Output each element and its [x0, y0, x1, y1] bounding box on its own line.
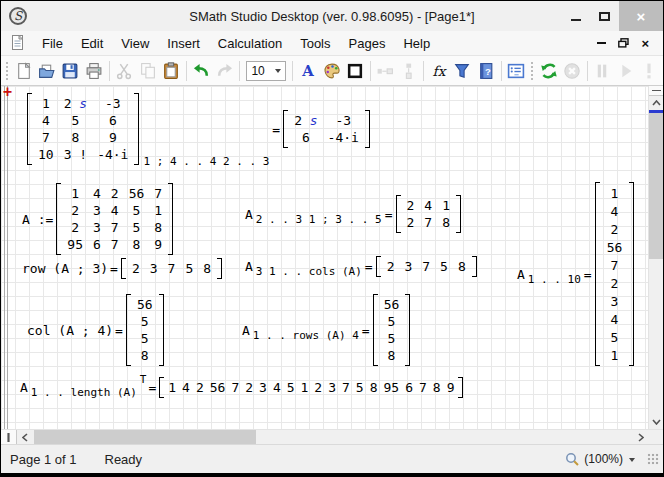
new-button[interactable] — [12, 59, 35, 83]
align-horizontal-icon — [376, 62, 394, 80]
row3-by-index-expression[interactable]: A3 1 . . cols (A)=23758 — [244, 256, 479, 277]
page-indicator: Page 1 of 1 — [10, 452, 77, 467]
submatrix-rows2-3-cols1-3-5[interactable]: A2 . . 3 1 ; 3 . . 5=241278 — [244, 195, 463, 233]
matrix-A-definition[interactable]: A :=1425672345123758956789 — [21, 183, 175, 255]
zoom-level[interactable]: (100%) — [584, 452, 623, 466]
col-function-expression[interactable]: col (A ; 4)=56558 — [26, 294, 166, 366]
matrix-cell: 8 — [437, 214, 455, 231]
hscroll-track[interactable] — [33, 430, 633, 444]
menu-file[interactable]: File — [33, 33, 72, 54]
vscroll-splitter[interactable] — [649, 86, 663, 96]
math-text: A := — [22, 212, 53, 227]
matrix-bracket-left — [283, 110, 288, 148]
menu-pages[interactable]: Pages — [340, 33, 395, 54]
math-text: = — [272, 122, 280, 137]
menu-insert[interactable]: Insert — [158, 33, 209, 54]
insert-function-button[interactable]: fx — [427, 59, 450, 83]
mdi-close-icon[interactable]: × — [641, 36, 649, 51]
font-size-dropdown-icon[interactable] — [275, 69, 281, 76]
matrix: 1425672345123758956789 — [56, 183, 173, 255]
minimize-button[interactable] — [561, 1, 590, 31]
hscroll-thumb[interactable] — [34, 430, 256, 444]
matrix-bracket-left — [121, 258, 126, 279]
matrix-index-range-expression[interactable]: 12 s-3456789103 !-4·i1 ; 4 . . 4 2 . . 3… — [25, 93, 372, 165]
minimize-icon — [571, 19, 581, 21]
matrix-cell: 3 — [601, 292, 629, 310]
vscroll-thumb[interactable] — [649, 113, 663, 259]
vertical-scrollbar[interactable] — [648, 86, 663, 429]
snippets-button[interactable] — [505, 59, 528, 83]
matrix-cell: 7 — [163, 260, 181, 277]
matrix-cell: 4 — [601, 202, 629, 220]
toolbar-grip[interactable] — [5, 61, 10, 81]
scroll-up-arrow[interactable] — [649, 96, 663, 110]
matrix-cell: 2 — [106, 185, 124, 202]
matrix-cell: 1 — [149, 202, 167, 219]
close-button[interactable]: × — [619, 1, 663, 31]
matrix: 23758 — [376, 256, 477, 277]
print-button[interactable] — [82, 59, 105, 83]
matrix-cell: 5 — [59, 112, 92, 129]
matrix-cell: 8 — [379, 347, 405, 364]
matrix-cell: 6 — [92, 112, 133, 129]
toolbar-separator — [501, 61, 502, 81]
menu-tools[interactable]: Tools — [291, 33, 339, 54]
svg-text:A: A — [301, 62, 314, 79]
matrix-cell: 5 — [132, 330, 158, 347]
matrix: 14256723451 — [595, 182, 635, 366]
scroll-left-arrow[interactable] — [17, 430, 33, 444]
border-button[interactable] — [343, 59, 366, 83]
col4-by-index-expression[interactable]: A1 . . rows (A) 4=56558 — [241, 294, 412, 366]
maximize-button[interactable] — [590, 1, 619, 31]
font-size-combo[interactable]: 10 — [246, 61, 286, 81]
worksheet-canvas[interactable]: 12 s-3456789103 !-4·i1 ; 4 . . 4 2 . . 3… — [1, 86, 648, 429]
menu-view[interactable]: View — [112, 33, 158, 54]
menu-calculation[interactable]: Calculation — [209, 33, 291, 54]
matrix-cell: 2 — [62, 202, 88, 219]
matrix-cell: 5 — [379, 330, 405, 347]
scroll-down-arrow[interactable] — [649, 415, 663, 429]
recalculate-icon — [540, 62, 558, 80]
font-color-button[interactable]: A — [296, 59, 319, 83]
filter-icon — [453, 62, 471, 80]
matrix-cell: 5 — [132, 313, 158, 330]
menu-edit[interactable]: Edit — [72, 33, 112, 54]
matrix-cell: 2 — [242, 379, 256, 396]
undo-button[interactable] — [190, 59, 213, 83]
matrix-bracket-left — [595, 182, 600, 366]
recalculate-button[interactable] — [537, 59, 560, 83]
matrix-cell: 3 — [88, 202, 106, 219]
toolbar-grip[interactable] — [530, 61, 535, 81]
hscroll-splitter[interactable] — [1, 430, 17, 444]
matrix-bracket-left — [126, 294, 131, 366]
matrix-cell: 4 — [33, 112, 59, 129]
paste-button[interactable] — [159, 59, 182, 83]
cut-icon — [115, 62, 133, 80]
matrix-cell: 2 — [601, 220, 629, 238]
matrix-cell: 4 — [179, 379, 193, 396]
open-button[interactable] — [35, 59, 58, 83]
matrix-cell: 1 — [165, 379, 179, 396]
mdi-restore-icon[interactable] — [618, 38, 629, 48]
matrix-cell: 6 — [88, 236, 106, 253]
save-button[interactable] — [59, 59, 82, 83]
horizontal-scrollbar[interactable] — [1, 429, 663, 444]
palette-button[interactable] — [320, 59, 343, 83]
resize-grip[interactable] — [647, 453, 659, 465]
reference-book-button[interactable]: ? — [474, 59, 497, 83]
pause-button — [591, 59, 614, 83]
math-text: col (A ; 4) — [27, 323, 113, 338]
mdi-minimize-icon[interactable] — [597, 42, 606, 44]
row-function-expression[interactable]: row (A ; 3)=23758 — [21, 258, 224, 279]
matrix-cell: 8 — [430, 379, 444, 396]
scroll-right-arrow[interactable] — [633, 430, 649, 444]
pause-icon — [593, 62, 611, 80]
flatten-transpose-expression[interactable]: A1 . . length (A)T=142567234512375895678… — [19, 377, 465, 398]
filter-button[interactable] — [451, 59, 474, 83]
matrix-cell: 56 — [601, 238, 629, 256]
menu-help[interactable]: Help — [394, 33, 439, 54]
matrix-cell: 2 — [402, 197, 420, 214]
matrix-cell: 5 — [353, 379, 367, 396]
linear-index-1-10-expression[interactable]: A1 . . 10=14256723451 — [516, 182, 636, 366]
zoom-dropdown-icon[interactable] — [629, 458, 635, 465]
